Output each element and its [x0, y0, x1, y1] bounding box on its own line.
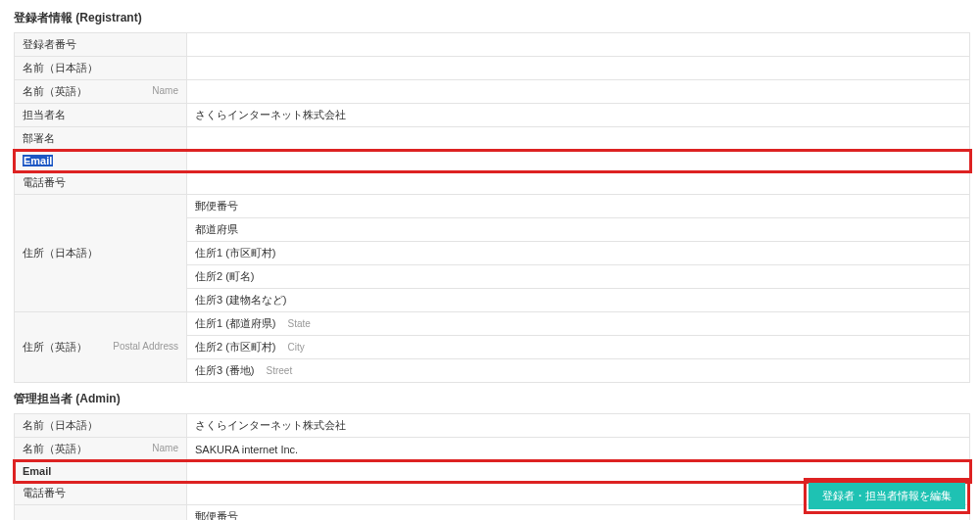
- value-reg-no: [187, 33, 970, 57]
- label-addr-en: 住所（英語）: [23, 340, 87, 355]
- label-tel: 電話番号: [23, 175, 66, 190]
- row-addr-jp: 住所（日本語） 郵便番号: [15, 195, 970, 218]
- sub-addr-e2-en: City: [288, 342, 305, 353]
- label-busho: 部署名: [23, 131, 55, 146]
- label-email: Email: [23, 155, 53, 166]
- admin-label-name-en: 名前（英語）: [23, 442, 87, 456]
- row-busho: 部署名: [15, 127, 970, 151]
- admin-row-name-jp: 名前（日本語） さくらインターネット株式会社: [15, 414, 970, 438]
- admin-row-name-en: 名前（英語）Name SAKURA internet Inc.: [15, 438, 970, 461]
- value-tantou: さくらインターネット株式会社: [187, 104, 970, 127]
- sub-addr-j1: 住所1 (市区町村): [195, 247, 276, 259]
- label-addr-jp: 住所（日本語）: [23, 246, 98, 260]
- edit-registrant-admin-button[interactable]: 登録者・担当者情報を編集: [808, 483, 965, 509]
- label-addr-en-sub: Postal Address: [113, 341, 178, 352]
- row-tel: 電話番号: [15, 171, 970, 195]
- value-name-jp: [187, 57, 970, 80]
- admin-label-tel: 電話番号: [23, 486, 66, 500]
- admin-section-title: 管理担当者 (Admin): [14, 391, 970, 407]
- sub-addr-zip: 郵便番号: [195, 200, 238, 212]
- admin-label-name-en-sub: Name: [152, 443, 178, 453]
- edit-button-highlight: 登録者・担当者情報を編集: [804, 478, 970, 514]
- row-name-en: 名前（英語）Name: [15, 80, 970, 104]
- value-busho: [187, 127, 970, 151]
- value-tel: [187, 171, 970, 195]
- sub-addr-e3-en: Street: [267, 365, 293, 376]
- label-name-en: 名前（英語）: [23, 84, 87, 99]
- registrant-table: 登録者番号 名前（日本語） 名前（英語）Name 担当者名 さくらインターネット…: [14, 32, 970, 383]
- registrant-section-title: 登録者情報 (Registrant): [14, 10, 970, 26]
- row-addr-en: 住所（英語）Postal Address 住所1 (都道府県)State: [15, 312, 970, 336]
- admin-value-name-jp: さくらインターネット株式会社: [187, 414, 970, 438]
- sub-addr-e3: 住所3 (番地): [195, 364, 255, 376]
- admin-label-email: Email: [23, 465, 51, 477]
- sub-addr-j2: 住所2 (町名): [195, 270, 255, 282]
- sub-addr-j3: 住所3 (建物名など): [195, 294, 287, 306]
- row-name-jp: 名前（日本語）: [15, 57, 970, 80]
- admin-label-name-jp: 名前（日本語）: [23, 418, 98, 433]
- sub-addr-pref: 都道府県: [195, 223, 238, 235]
- label-name-en-sub: Name: [152, 85, 178, 96]
- admin-sub-addr-zip: 郵便番号: [195, 510, 238, 520]
- label-reg-no: 登録者番号: [23, 37, 76, 52]
- label-tantou: 担当者名: [23, 108, 66, 122]
- value-email: [187, 151, 970, 171]
- label-name-jp: 名前（日本語）: [23, 61, 98, 75]
- value-name-en: [187, 80, 970, 104]
- sub-addr-e1: 住所1 (都道府県): [195, 317, 276, 329]
- sub-addr-e1-en: State: [288, 318, 311, 329]
- admin-value-name-en: SAKURA internet Inc.: [187, 438, 970, 461]
- row-reg-no: 登録者番号: [15, 33, 970, 57]
- row-email-highlighted: Email: [15, 151, 970, 171]
- row-tantou: 担当者名 さくらインターネット株式会社: [15, 104, 970, 127]
- sub-addr-e2: 住所2 (市区町村): [195, 341, 276, 353]
